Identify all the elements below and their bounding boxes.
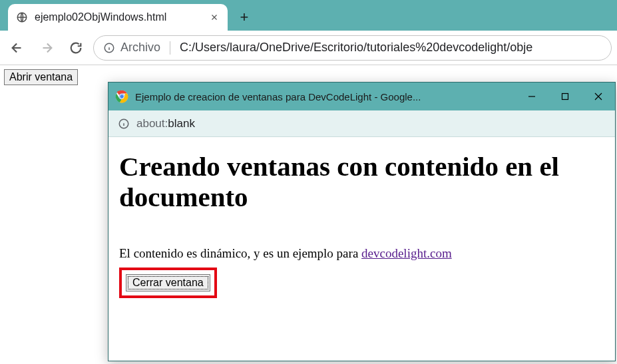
address-scheme-label: Archivo: [120, 41, 160, 55]
popup-heading: Creando ventanas con contenido en el doc…: [119, 152, 604, 213]
popup-url: about:blank: [136, 117, 195, 130]
reload-button[interactable]: [64, 36, 88, 60]
popup-window: Ejemplo de creacion de ventanas para Dev…: [108, 82, 616, 361]
address-url: C:/Users/laura/OneDrive/Escritorio/tutor…: [180, 41, 532, 55]
close-window-page-button[interactable]: Cerrar ventana: [126, 274, 210, 291]
tab-strip: ejemplo02ObjWindows.html +: [0, 0, 617, 31]
browser-tab[interactable]: ejemplo02ObjWindows.html: [8, 4, 228, 31]
globe-icon: [16, 11, 28, 23]
devcodelight-link[interactable]: devcodelight.com: [361, 246, 452, 260]
popup-site-info-icon[interactable]: [118, 118, 130, 130]
svg-point-4: [120, 94, 124, 99]
svg-rect-5: [562, 94, 568, 100]
popup-titlebar[interactable]: Ejemplo de creacion de ventanas para Dev…: [108, 83, 615, 110]
open-window-button[interactable]: Abrir ventana: [4, 69, 78, 85]
address-bar[interactable]: Archivo C:/Users/laura/OneDrive/Escritor…: [93, 35, 612, 61]
popup-address-bar[interactable]: about:blank: [108, 110, 615, 137]
forward-button[interactable]: [35, 36, 59, 60]
tab-title: ejemplo02ObjWindows.html: [35, 11, 202, 23]
new-tab-button[interactable]: +: [234, 7, 254, 27]
chrome-icon: [115, 90, 128, 103]
popup-url-path: blank: [168, 117, 195, 130]
window-controls: [515, 83, 615, 110]
site-info-icon[interactable]: [103, 42, 115, 54]
popup-url-scheme: about:: [136, 117, 168, 130]
address-separator: [170, 41, 170, 55]
maximize-button[interactable]: [548, 83, 582, 110]
close-button-highlight: Cerrar ventana: [119, 268, 217, 298]
minimize-button[interactable]: [515, 83, 548, 110]
close-tab-icon[interactable]: [209, 12, 220, 23]
close-window-button[interactable]: [582, 83, 615, 110]
popup-body: Creando ventanas con contenido en el doc…: [108, 137, 615, 361]
popup-paragraph: El contenido es dinámico, y es un ejempl…: [119, 246, 604, 261]
popup-title: Ejemplo de creacion de ventanas para Dev…: [135, 91, 515, 102]
popup-paragraph-text: El contenido es dinámico, y es un ejempl…: [119, 246, 361, 260]
browser-toolbar: Archivo C:/Users/laura/OneDrive/Escritor…: [0, 31, 617, 65]
back-button[interactable]: [5, 36, 29, 60]
